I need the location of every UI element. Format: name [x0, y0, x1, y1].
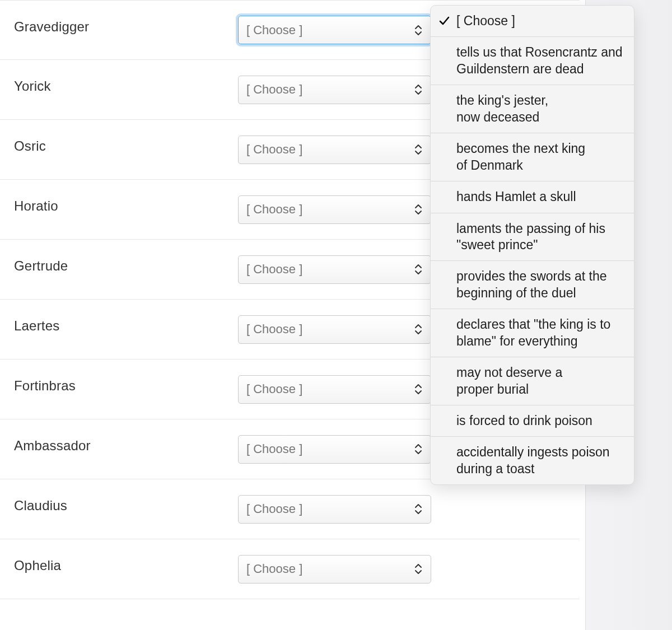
answer-select-value: [ Choose ]	[246, 502, 302, 516]
answer-select[interactable]: [ Choose ]	[238, 435, 431, 464]
dropdown-option[interactable]: is forced to drink poison	[431, 405, 634, 437]
match-prompt-label: Gravedigger	[14, 19, 238, 41]
match-prompt-label: Claudius	[14, 498, 238, 520]
match-prompt-label: Horatio	[14, 198, 238, 221]
chevron-up-down-icon	[414, 323, 423, 335]
dropdown-option[interactable]: may not deserve a proper burial	[431, 357, 634, 405]
dropdown-option[interactable]: the king's jester, now deceased	[431, 85, 634, 133]
dropdown-option-label: the king's jester, now deceased	[456, 93, 548, 124]
answer-select[interactable]: [ Choose ]	[238, 315, 431, 344]
check-icon	[438, 14, 450, 25]
match-row: Claudius[ Choose ]	[0, 479, 580, 539]
answer-select-value: [ Choose ]	[246, 562, 302, 576]
dropdown-option[interactable]: [ Choose ]	[431, 6, 634, 37]
answer-select[interactable]: [ Choose ]	[238, 136, 431, 164]
dropdown-option[interactable]: laments the passing of his "sweet prince…	[431, 213, 634, 262]
dropdown-option[interactable]: becomes the next king of Denmark	[431, 133, 634, 181]
dropdown-option-label: [ Choose ]	[456, 13, 515, 28]
chevron-up-down-icon	[414, 563, 423, 575]
match-prompt-label: Ophelia	[14, 558, 238, 580]
match-prompt-label: Yorick	[14, 78, 238, 101]
answer-select[interactable]: [ Choose ]	[238, 495, 431, 524]
dropdown-option-label: tells us that Rosencrantz and Guildenste…	[456, 45, 623, 76]
match-row: Ophelia[ Choose ]	[0, 539, 580, 599]
match-prompt-label: Fortinbras	[14, 378, 238, 400]
chevron-up-down-icon	[414, 203, 423, 216]
dropdown-option[interactable]: tells us that Rosencrantz and Guildenste…	[431, 37, 634, 85]
dropdown-option[interactable]: declares that "the king is to blame" for…	[431, 309, 634, 357]
dropdown-option[interactable]: hands Hamlet a skull	[431, 181, 634, 213]
dropdown-option[interactable]: provides the swords at the beginning of …	[431, 261, 634, 309]
answer-select[interactable]: [ Choose ]	[238, 255, 431, 284]
answer-select-value: [ Choose ]	[246, 442, 302, 456]
chevron-up-down-icon	[414, 443, 423, 455]
answer-select-value: [ Choose ]	[246, 82, 302, 97]
chevron-up-down-icon	[414, 503, 423, 515]
dropdown-option-label: provides the swords at the beginning of …	[456, 269, 606, 300]
match-prompt-label: Ambassador	[14, 438, 238, 460]
chevron-up-down-icon	[414, 143, 423, 156]
answer-select-value: [ Choose ]	[246, 202, 302, 217]
match-prompt-label: Gertrude	[14, 258, 238, 281]
dropdown-option-label: may not deserve a proper burial	[456, 365, 562, 396]
dropdown-option-label: is forced to drink poison	[456, 413, 592, 428]
answer-select-value: [ Choose ]	[246, 262, 302, 277]
chevron-up-down-icon	[414, 383, 423, 395]
chevron-up-down-icon	[414, 263, 423, 276]
answer-select-value: [ Choose ]	[246, 322, 302, 337]
dropdown-option-label: accidentally ingests poison during a toa…	[456, 445, 610, 475]
answer-select[interactable]: [ Choose ]	[238, 76, 431, 104]
match-prompt-label: Laertes	[14, 318, 238, 340]
match-prompt-label: Osric	[14, 138, 238, 161]
dropdown-option-label: becomes the next king of Denmark	[456, 141, 585, 172]
answer-select-value: [ Choose ]	[246, 23, 302, 38]
answer-select-value: [ Choose ]	[246, 382, 302, 396]
answer-select[interactable]: [ Choose ]	[238, 16, 431, 44]
dropdown-popover: [ Choose ]tells us that Rosencrantz and …	[430, 5, 634, 485]
answer-select-value: [ Choose ]	[246, 142, 302, 157]
dropdown-option-label: declares that "the king is to blame" for…	[456, 317, 610, 348]
answer-select[interactable]: [ Choose ]	[238, 195, 431, 224]
dropdown-option[interactable]: accidentally ingests poison during a toa…	[431, 437, 634, 484]
answer-select[interactable]: [ Choose ]	[238, 555, 431, 584]
dropdown-option-label: laments the passing of his "sweet prince…	[456, 221, 605, 252]
answer-select[interactable]: [ Choose ]	[238, 375, 431, 404]
chevron-up-down-icon	[414, 24, 423, 36]
dropdown-option-label: hands Hamlet a skull	[456, 189, 576, 204]
chevron-up-down-icon	[414, 83, 423, 96]
